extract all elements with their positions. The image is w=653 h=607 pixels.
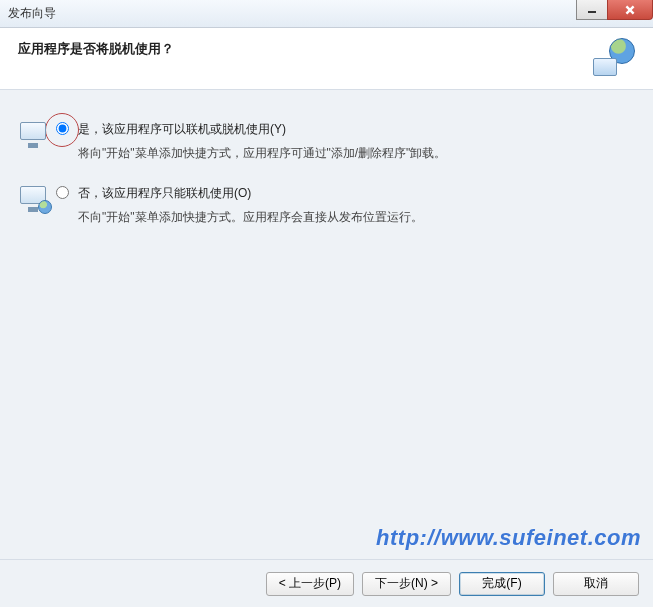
option-no-desc: 不向"开始"菜单添加快捷方式。应用程序会直接从发布位置运行。	[78, 208, 633, 226]
wizard-header: 应用程序是否将脱机使用？	[0, 28, 653, 90]
watermark-text: http://www.sufeinet.com	[376, 525, 641, 551]
page-title: 应用程序是否将脱机使用？	[18, 40, 174, 58]
offline-computer-icon	[20, 120, 50, 148]
radio-yes[interactable]	[56, 122, 69, 135]
cancel-button[interactable]: 取消	[553, 572, 639, 596]
wizard-header-icon	[593, 38, 635, 80]
titlebar: 发布向导	[0, 0, 653, 28]
finish-button[interactable]: 完成(F)	[459, 572, 545, 596]
wizard-footer: < 上一步(P) 下一步(N) > 完成(F) 取消	[0, 559, 653, 607]
window-title: 发布向导	[8, 5, 56, 22]
option-no: 否，该应用程序只能联机使用(O) 不向"开始"菜单添加快捷方式。应用程序会直接从…	[20, 184, 633, 226]
wizard-content: 是，该应用程序可以联机或脱机使用(Y) 将向"开始"菜单添加快捷方式，应用程序可…	[0, 90, 653, 226]
minimize-button[interactable]	[576, 0, 608, 20]
radio-no[interactable]	[56, 186, 69, 199]
option-yes-label: 是，该应用程序可以联机或脱机使用(Y)	[78, 120, 633, 138]
option-yes: 是，该应用程序可以联机或脱机使用(Y) 将向"开始"菜单添加快捷方式，应用程序可…	[20, 120, 633, 162]
option-no-label: 否，该应用程序只能联机使用(O)	[78, 184, 633, 202]
next-button[interactable]: 下一步(N) >	[362, 572, 451, 596]
online-computer-icon	[20, 184, 50, 212]
close-button[interactable]	[607, 0, 653, 20]
back-button[interactable]: < 上一步(P)	[266, 572, 354, 596]
option-yes-desc: 将向"开始"菜单添加快捷方式，应用程序可通过"添加/删除程序"卸载。	[78, 144, 633, 162]
window-controls	[577, 0, 653, 27]
